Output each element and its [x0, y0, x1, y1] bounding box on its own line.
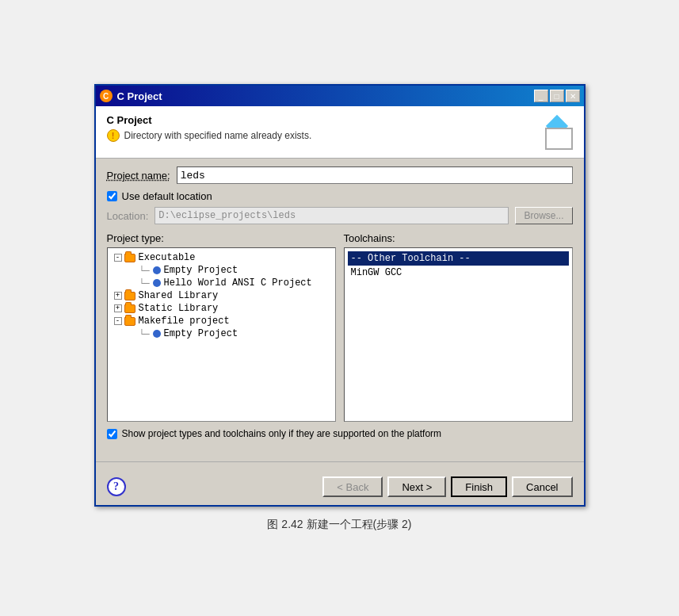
warning-message: Directory with specified name already ex… [124, 130, 312, 141]
toolchains-label: Toolchains: [344, 232, 573, 244]
close-button[interactable]: ✕ [566, 90, 580, 102]
tree-line-2: └─ [139, 278, 151, 289]
project-name-row: Project name: [107, 166, 573, 184]
figure-caption: 图 2.42 新建一个工程(步骤 2) [267, 518, 411, 532]
dot-icon-empty-2 [153, 330, 161, 338]
footer-area: ? < Back Next > Finish Cancel [96, 469, 584, 505]
tree-item-empty-project-1[interactable]: └─ Empty Project [111, 264, 332, 277]
expand-static[interactable]: + [114, 304, 122, 312]
tree-line-3: └─ [139, 329, 151, 339]
project-name-label: Project name: [107, 170, 170, 182]
location-input[interactable] [154, 207, 509, 224]
project-type-panel: Project type: - Executable └─ Empty [107, 232, 336, 422]
tree-item-static-library[interactable]: + Static Library [111, 302, 332, 315]
dialog-body: C Project ! Directory with specified nam… [96, 106, 584, 505]
warning-icon: ! [107, 129, 120, 142]
project-name-input[interactable] [177, 166, 573, 184]
tree-item-empty-project-2[interactable]: └─ Empty Project [111, 327, 332, 340]
platform-checkbox-row: Show project types and toolchains only i… [107, 428, 573, 439]
logo-rect [545, 128, 573, 150]
expand-shared[interactable]: + [114, 292, 122, 300]
header-title: C Project [107, 114, 533, 126]
content-section: Project name: Use default location Locat… [96, 159, 584, 455]
two-panel: Project type: - Executable └─ Empty [107, 232, 573, 422]
help-button[interactable]: ? [107, 477, 126, 496]
separator [96, 461, 584, 462]
tree-label-hello: Hello World ANSI C Project [164, 277, 312, 289]
folder-icon-static [124, 304, 135, 313]
tree-line-1: └─ [139, 266, 151, 276]
project-type-label: Project type: [107, 232, 336, 244]
expand-executable[interactable]: - [114, 254, 122, 262]
header-text-block: C Project ! Directory with specified nam… [107, 114, 533, 142]
minimize-button[interactable]: _ [534, 90, 548, 102]
use-default-location-row: Use default location [107, 190, 573, 202]
c-project-dialog: C C Project _ □ ✕ C Project ! Directory … [94, 84, 586, 507]
tree-label-static: Static Library [139, 303, 219, 314]
header-logo [533, 114, 573, 150]
project-type-tree[interactable]: - Executable └─ Empty Project └─ [107, 247, 336, 422]
tree-label-empty-1: Empty Project [164, 265, 238, 276]
platform-checkbox[interactable] [107, 429, 117, 439]
tree-label-empty-2: Empty Project [164, 328, 238, 339]
toolchains-list[interactable]: -- Other Toolchain -- MinGW GCC [344, 247, 573, 422]
platform-checkbox-label: Show project types and toolchains only i… [122, 428, 442, 439]
toolchain-item-mingw[interactable]: MinGW GCC [348, 266, 569, 280]
title-bar: C C Project _ □ ✕ [96, 86, 584, 106]
app-icon: C [100, 90, 113, 102]
expand-makefile[interactable]: - [114, 317, 122, 325]
tree-item-makefile[interactable]: - Makefile project [111, 315, 332, 327]
finish-button[interactable]: Finish [451, 476, 507, 497]
tree-item-shared-library[interactable]: + Shared Library [111, 289, 332, 302]
use-default-location-checkbox[interactable] [107, 191, 117, 201]
back-button[interactable]: < Back [322, 476, 383, 497]
header-warning: ! Directory with specified name already … [107, 129, 533, 142]
title-bar-left: C C Project [100, 90, 162, 102]
folder-icon-makefile [124, 317, 135, 326]
dot-icon-hello [153, 279, 161, 287]
dot-icon-empty-1 [153, 266, 161, 274]
title-controls: _ □ ✕ [534, 90, 580, 102]
toolchain-item-other[interactable]: -- Other Toolchain -- [348, 251, 569, 266]
location-label: Location: [107, 210, 149, 222]
browse-button[interactable]: Browse... [515, 207, 572, 224]
tree-label-shared: Shared Library [139, 290, 219, 301]
folder-icon-executable [124, 254, 135, 262]
tree-label-makefile: Makefile project [139, 316, 230, 327]
maximize-button[interactable]: □ [550, 90, 564, 102]
cancel-button[interactable]: Cancel [512, 476, 572, 497]
footer-left: ? [107, 477, 126, 496]
header-section: C Project ! Directory with specified nam… [96, 106, 584, 159]
tree-item-hello-world[interactable]: └─ Hello World ANSI C Project [111, 277, 332, 289]
next-button[interactable]: Next > [387, 476, 446, 497]
folder-icon-shared [124, 292, 135, 300]
window-title: C Project [117, 90, 162, 102]
location-row: Location: Browse... [107, 207, 573, 224]
toolchains-panel: Toolchains: -- Other Toolchain -- MinGW … [344, 232, 573, 422]
tree-label-executable: Executable [139, 252, 196, 263]
use-default-location-label: Use default location [122, 190, 212, 202]
footer-buttons: < Back Next > Finish Cancel [322, 476, 572, 497]
tree-item-executable[interactable]: - Executable [111, 251, 332, 264]
